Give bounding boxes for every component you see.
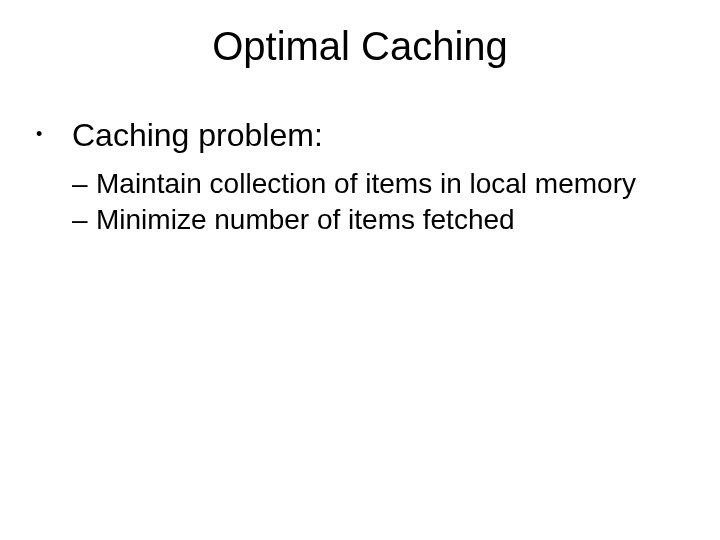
slide-content: • Caching problem: – Maintain collection… — [0, 117, 720, 236]
slide-title: Optimal Caching — [0, 24, 720, 69]
bullet-text: Caching problem: — [72, 117, 323, 154]
bullet-text: Maintain collection of items in local me… — [96, 168, 636, 200]
bullet-level2-item: – Maintain collection of items in local … — [36, 168, 720, 200]
bullet-text: Minimize number of items fetched — [96, 204, 515, 236]
dash-marker: – — [72, 168, 96, 200]
bullet-marker: • — [36, 117, 72, 154]
dash-marker: – — [72, 204, 96, 236]
bullet-level2-item: – Minimize number of items fetched — [36, 204, 720, 236]
bullet-level1-item: • Caching problem: — [36, 117, 720, 154]
